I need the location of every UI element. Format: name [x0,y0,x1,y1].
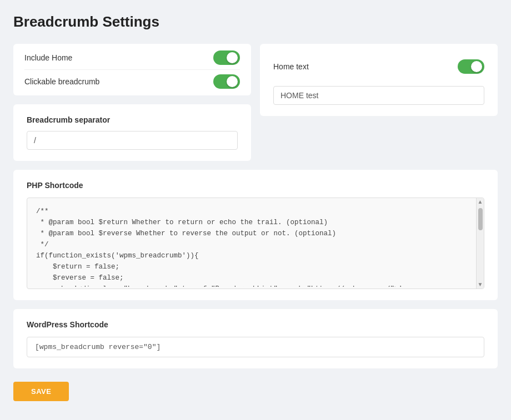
separator-label: Breadcrumb separator [27,115,238,124]
home-text-toggle[interactable] [458,59,484,74]
php-code-wrapper: /** * @param bool $return Whether to ret… [27,198,484,289]
home-text-row: Home text [273,55,484,78]
home-text-input[interactable] [273,86,484,105]
separator-input[interactable] [27,131,238,150]
home-text-slider [458,59,484,74]
separator-card: Breadcrumb separator [13,104,251,161]
wordpress-shortcode-title: WordPress Shortcode [27,320,484,329]
scroll-up-arrow: ▲ [478,198,483,206]
wordpress-shortcode-card: WordPress Shortcode [13,309,498,368]
include-home-row: Include Home [24,46,240,69]
include-home-slider [213,50,240,65]
home-text-label: Home text [273,62,309,71]
clickable-breadcrumb-row: Clickable breadcrumb [24,69,240,93]
page-title: Breadcrumb Settings [13,13,498,31]
include-home-toggle[interactable] [213,50,240,65]
scrollbar: ▲ ▼ [476,198,484,289]
save-button[interactable]: SAVE [13,382,69,401]
php-shortcode-card: PHP Shortcode /** * @param bool $return … [13,170,498,300]
php-shortcode-title: PHP Shortcode [27,181,484,190]
php-code-textarea[interactable]: /** * @param bool $return Whether to ret… [27,198,484,287]
clickable-breadcrumb-toggle[interactable] [213,74,240,89]
clickable-breadcrumb-label: Clickable breadcrumb [24,77,99,86]
scrollbar-thumb [478,208,483,230]
clickable-breadcrumb-slider [213,74,240,89]
wordpress-shortcode-input[interactable] [27,337,484,357]
home-text-card: Home text [260,44,498,116]
include-home-label: Include Home [24,53,72,62]
left-toggle-card: Include Home Clickable breadcrumb [13,44,251,95]
scroll-down-arrow: ▼ [478,281,483,289]
